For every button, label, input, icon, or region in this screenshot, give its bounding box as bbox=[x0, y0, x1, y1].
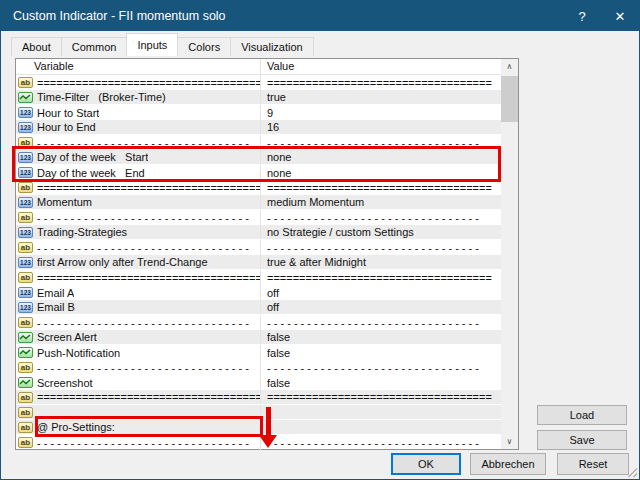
chart-param-icon bbox=[18, 332, 33, 343]
variable-cell: Time-Filter (Broker-Time) bbox=[16, 90, 260, 104]
variable-label: Hour to End bbox=[37, 120, 96, 134]
table-row[interactable]: 123Email Boff bbox=[16, 300, 501, 315]
value-cell[interactable]: - - - - - - - - - - - - - - - - - - - - … bbox=[260, 240, 501, 255]
value-cell[interactable]: off bbox=[260, 300, 501, 314]
ok-button[interactable]: OK bbox=[391, 453, 461, 475]
value-cell[interactable]: true bbox=[260, 90, 501, 104]
value-cell[interactable]: medium Momentum bbox=[260, 195, 501, 209]
table-row[interactable]: ab======================================… bbox=[16, 270, 501, 285]
number-param-icon: 123 bbox=[18, 227, 33, 238]
value-cell[interactable]: false bbox=[260, 345, 501, 360]
titlebar: Custom Indicator - FII momentum solo ? ✕ bbox=[1, 1, 639, 31]
variable-label: - - - - - - - - - - - - - - - - - - - - … bbox=[37, 241, 249, 255]
number-param-icon: 123 bbox=[18, 197, 33, 208]
table-row[interactable]: ab======================================… bbox=[16, 75, 501, 90]
variable-cell: ab- - - - - - - - - - - - - - - - - - - … bbox=[16, 315, 260, 330]
table-row[interactable]: 123Email Aoff bbox=[16, 285, 501, 300]
annotation-arrow-down-head bbox=[259, 435, 277, 448]
annotation-box-pro-settings bbox=[35, 416, 263, 437]
variable-cell: 123first Arrow only after Trend-Change bbox=[16, 255, 260, 269]
variable-cell: ab=================================== bbox=[16, 180, 260, 195]
value-cell[interactable]: =================================== bbox=[260, 270, 501, 285]
cancel-button[interactable]: Abbrechen bbox=[470, 453, 546, 475]
table-row[interactable]: 123Trading-Strategiesno Strategie / cust… bbox=[16, 225, 501, 240]
scrollbar-up-icon[interactable]: ∧ bbox=[501, 59, 518, 74]
value-cell[interactable]: 16 bbox=[260, 120, 501, 134]
chart-param-icon bbox=[18, 347, 33, 358]
value-cell[interactable]: true & after Midnight bbox=[260, 255, 501, 269]
variable-cell: ab- - - - - - - - - - - - - - - - - - - … bbox=[16, 210, 260, 225]
variable-cell: ab- - - - - - - - - - - - - - - - - - - … bbox=[16, 240, 260, 255]
save-button[interactable]: Save bbox=[537, 430, 627, 450]
value-cell[interactable]: - - - - - - - - - - - - - - - - - - - - … bbox=[260, 315, 501, 330]
number-param-icon: 123 bbox=[18, 107, 33, 118]
table-row[interactable]: 123Hour to Start9 bbox=[16, 105, 501, 120]
table-row[interactable]: Screenshotfalse bbox=[16, 375, 501, 390]
variable-label: Hour to Start bbox=[37, 106, 99, 120]
variable-label: Push-Notification bbox=[37, 346, 120, 360]
variable-cell: 123Email A bbox=[16, 285, 260, 300]
value-cell[interactable]: false bbox=[260, 375, 501, 390]
tab-about[interactable]: About bbox=[11, 37, 62, 56]
value-cell[interactable]: off bbox=[260, 285, 501, 300]
help-icon[interactable]: ? bbox=[563, 1, 601, 31]
value-cell[interactable]: =================================== bbox=[260, 180, 501, 195]
table-row[interactable]: 123Hour to End16 bbox=[16, 120, 501, 135]
value-cell[interactable]: - - - - - - - - - - - - - - - - - - - - … bbox=[260, 435, 501, 450]
table-row[interactable]: 123first Arrow only after Trend-Changetr… bbox=[16, 255, 501, 270]
scrollbar-thumb[interactable] bbox=[501, 76, 518, 122]
value-cell[interactable]: - - - - - - - - - - - - - - - - - - - - … bbox=[260, 210, 501, 225]
value-cell[interactable] bbox=[260, 405, 501, 419]
string-param-icon: ab bbox=[18, 362, 33, 373]
value-cell[interactable]: false bbox=[260, 330, 501, 344]
tab-colors[interactable]: Colors bbox=[177, 37, 231, 56]
string-param-icon: ab bbox=[18, 317, 33, 328]
value-cell[interactable]: =================================== bbox=[260, 75, 501, 90]
variable-label: Screen Alert bbox=[37, 330, 97, 344]
table-row[interactable]: ab======================================… bbox=[16, 390, 501, 405]
table-row[interactable]: 123Momentummedium Momentum bbox=[16, 195, 501, 210]
table-row[interactable]: Time-Filter (Broker-Time)true bbox=[16, 90, 501, 105]
chart-param-icon bbox=[18, 377, 33, 388]
variable-label: Time-Filter (Broker-Time) bbox=[37, 90, 166, 104]
load-button[interactable]: Load bbox=[537, 405, 627, 425]
variable-label: - - - - - - - - - - - - - - - - - - - - … bbox=[37, 316, 249, 330]
table-row[interactable]: ab- - - - - - - - - - - - - - - - - - - … bbox=[16, 240, 501, 255]
value-cell[interactable]: 9 bbox=[260, 105, 501, 120]
column-header-value[interactable]: Value bbox=[260, 59, 501, 74]
table-row[interactable]: ab======================================… bbox=[16, 180, 501, 195]
variable-cell: ab- - - - - - - - - - - - - - - - - - - … bbox=[16, 360, 260, 375]
vertical-scrollbar[interactable]: ∧ ∨ bbox=[501, 59, 518, 449]
tab-visualization[interactable]: Visualization bbox=[230, 37, 314, 56]
string-param-icon: ab bbox=[18, 212, 33, 223]
value-cell[interactable]: no Strategie / custom Settings bbox=[260, 225, 501, 239]
variable-label: Momentum bbox=[37, 195, 92, 209]
variable-cell: ab=================================== bbox=[16, 75, 260, 90]
value-cell[interactable] bbox=[260, 420, 501, 434]
variable-label: - - - - - - - - - - - - - - - - - - - - … bbox=[37, 361, 249, 375]
table-row[interactable]: ab- - - - - - - - - - - - - - - - - - - … bbox=[16, 210, 501, 225]
string-param-icon: ab bbox=[18, 407, 33, 418]
tab-common[interactable]: Common bbox=[61, 37, 128, 56]
tab-inputs[interactable]: Inputs bbox=[126, 33, 178, 56]
value-cell[interactable]: - - - - - - - - - - - - - - - - - - - - … bbox=[260, 360, 501, 375]
table-row[interactable]: Screen Alertfalse bbox=[16, 330, 501, 345]
table-row[interactable]: ab- - - - - - - - - - - - - - - - - - - … bbox=[16, 360, 501, 375]
annotation-arrow-down-icon bbox=[266, 407, 271, 436]
variable-cell: 123Email B bbox=[16, 300, 260, 314]
variable-label: - - - - - - - - - - - - - - - - - - - - … bbox=[37, 436, 249, 450]
annotation-box-day-of-week bbox=[12, 146, 501, 182]
tab-bar: AboutCommonInputsColorsVisualization bbox=[11, 33, 313, 56]
table-row[interactable]: Push-Notificationfalse bbox=[16, 345, 501, 360]
variable-cell: Screenshot bbox=[16, 375, 260, 390]
column-header-variable[interactable]: Variable bbox=[16, 59, 260, 74]
variable-cell: Screen Alert bbox=[16, 330, 260, 344]
reset-button[interactable]: Reset bbox=[557, 453, 629, 475]
close-icon[interactable]: ✕ bbox=[601, 1, 639, 31]
resize-grip[interactable] bbox=[627, 467, 637, 477]
variable-label: =================================== bbox=[37, 76, 260, 90]
scrollbar-down-icon[interactable]: ∨ bbox=[501, 434, 518, 449]
table-row[interactable]: ab- - - - - - - - - - - - - - - - - - - … bbox=[16, 315, 501, 330]
value-cell[interactable]: =================================== bbox=[260, 390, 501, 404]
variable-cell: ab- - - - - - - - - - - - - - - - - - - … bbox=[16, 435, 260, 450]
